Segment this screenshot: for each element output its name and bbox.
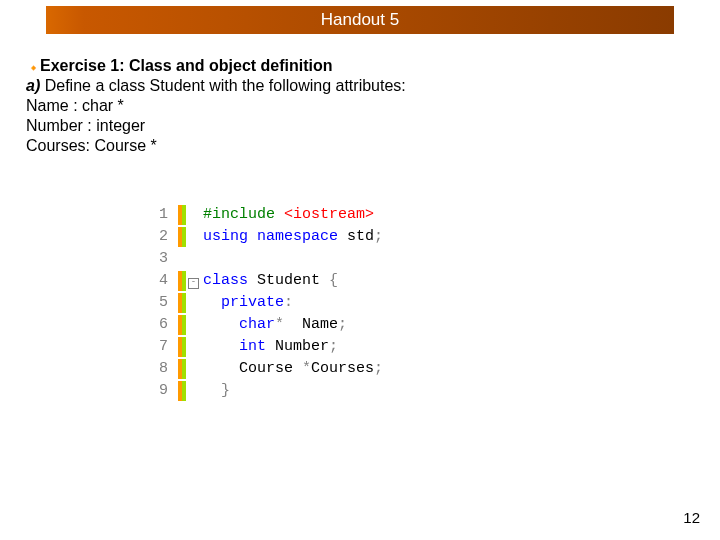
- code-line: 2using namespace std;: [140, 226, 383, 248]
- exercise-heading: Exercise 1: Class and object definition: [40, 57, 333, 74]
- page-number: 12: [683, 509, 700, 526]
- change-marker: [178, 314, 188, 336]
- line-number: 7: [140, 336, 178, 358]
- change-marker: [178, 336, 188, 358]
- change-marker: [178, 380, 188, 402]
- code-line: 5 private:: [140, 292, 383, 314]
- code-text: char* Name;: [188, 314, 347, 336]
- code-text: -class Student {: [188, 270, 338, 292]
- change-marker: [178, 358, 188, 380]
- code-text: int Number;: [188, 336, 338, 358]
- code-text: using namespace std;: [188, 226, 383, 248]
- line-number: 8: [140, 358, 178, 380]
- code-line: 8 Course *Courses;: [140, 358, 383, 380]
- part-label: a): [26, 77, 40, 94]
- code-line: 7 int Number;: [140, 336, 383, 358]
- change-marker: [178, 292, 188, 314]
- line-number: 3: [140, 248, 178, 270]
- line-number: 6: [140, 314, 178, 336]
- body-text: 🔸Exercise 1: Class and object definition…: [26, 56, 686, 156]
- code-text: [188, 248, 203, 270]
- fold-toggle-icon[interactable]: -: [188, 278, 199, 289]
- line-number: 2: [140, 226, 178, 248]
- code-line: 9 }: [140, 380, 383, 402]
- code-text: private:: [188, 292, 293, 314]
- attr-line: Courses: Course *: [26, 137, 157, 154]
- change-marker: [178, 270, 188, 292]
- code-line: 1#include <iostream>: [140, 204, 383, 226]
- change-marker: [178, 248, 188, 270]
- title-bar: Handout 5: [46, 6, 674, 34]
- code-block: 1#include <iostream>2using namespace std…: [140, 204, 383, 402]
- change-marker: [178, 226, 188, 248]
- line-number: 4: [140, 270, 178, 292]
- line-number: 9: [140, 380, 178, 402]
- slide: Handout 5 🔸Exercise 1: Class and object …: [0, 0, 720, 540]
- code-line: 6 char* Name;: [140, 314, 383, 336]
- attr-line: Number : integer: [26, 117, 145, 134]
- code-line: 3: [140, 248, 383, 270]
- line-number: 1: [140, 204, 178, 226]
- code-text: Course *Courses;: [188, 358, 383, 380]
- attr-line: Name : char *: [26, 97, 124, 114]
- code-text: }: [188, 380, 230, 402]
- change-marker: [178, 204, 188, 226]
- line-number: 5: [140, 292, 178, 314]
- code-text: #include <iostream>: [188, 204, 374, 226]
- part-text: Define a class Student with the followin…: [40, 77, 406, 94]
- bullet-icon: 🔸: [26, 61, 40, 76]
- slide-title: Handout 5: [321, 10, 399, 29]
- code-line: 4-class Student {: [140, 270, 383, 292]
